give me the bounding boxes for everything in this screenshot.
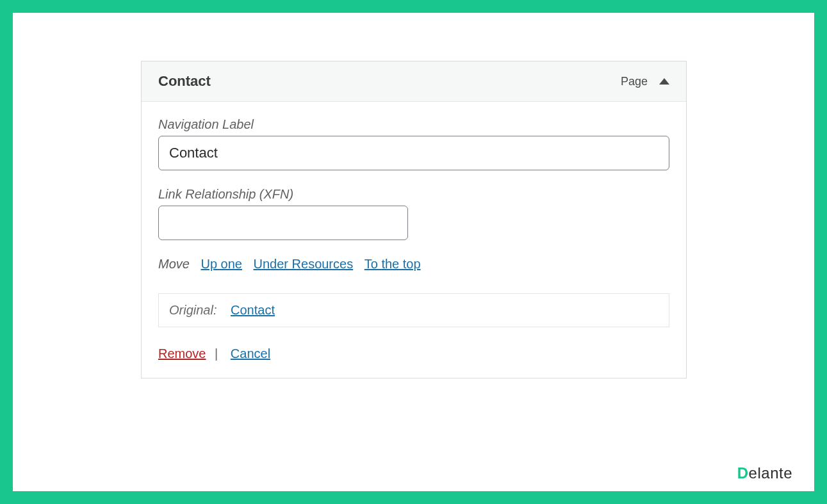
panel-body: Navigation Label Link Relationship (XFN)… bbox=[142, 102, 686, 378]
move-row: Move Up one Under Resources To the top bbox=[158, 257, 669, 272]
original-box: Original: Contact bbox=[158, 293, 669, 327]
panel-type-label: Page bbox=[621, 75, 648, 88]
collapse-icon[interactable] bbox=[659, 78, 669, 85]
canvas: Contact Page Navigation Label Link Relat… bbox=[13, 13, 814, 491]
nav-label-input[interactable] bbox=[158, 136, 669, 170]
move-label: Move bbox=[158, 257, 190, 271]
outer-frame: Contact Page Navigation Label Link Relat… bbox=[0, 0, 827, 504]
panel-type-wrap: Page bbox=[621, 75, 669, 88]
actions-separator: | bbox=[215, 346, 218, 361]
panel-header[interactable]: Contact Page bbox=[142, 61, 686, 102]
brand-rest: elante bbox=[749, 464, 792, 482]
remove-link[interactable]: Remove bbox=[158, 346, 206, 361]
original-link[interactable]: Contact bbox=[231, 303, 275, 317]
menu-item-panel: Contact Page Navigation Label Link Relat… bbox=[141, 61, 687, 378]
nav-label-title: Navigation Label bbox=[158, 117, 669, 132]
move-under-link[interactable]: Under Resources bbox=[254, 257, 354, 271]
cancel-link[interactable]: Cancel bbox=[231, 346, 270, 361]
brand-first-letter: D bbox=[737, 464, 749, 482]
actions-row: Remove | Cancel bbox=[158, 346, 669, 361]
brand-logo: Delante bbox=[737, 464, 792, 482]
original-label: Original: bbox=[169, 303, 217, 317]
xfn-title: Link Relationship (XFN) bbox=[158, 187, 669, 202]
panel-title: Contact bbox=[158, 73, 211, 90]
move-up-one-link[interactable]: Up one bbox=[201, 257, 242, 271]
move-to-top-link[interactable]: To the top bbox=[364, 257, 421, 271]
xfn-input[interactable] bbox=[158, 206, 408, 240]
